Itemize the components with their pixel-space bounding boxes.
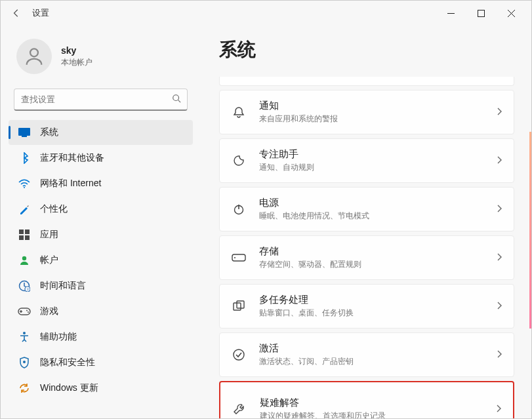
personalization-icon [18,203,31,216]
sidebar-item-label: 系统 [40,127,58,138]
card-text: 多任务处理贴靠窗口、桌面、任务切换 [259,294,497,319]
card-title: 电源 [259,197,497,209]
settings-card-storage[interactable]: 存储存储空间、驱动器、配置规则 [219,235,514,280]
svg-rect-11 [25,229,30,234]
network-icon [18,177,31,190]
maximize-icon [478,10,485,17]
card-subtitle: 贴靠窗口、桌面、任务切换 [259,308,497,319]
svg-rect-7 [18,128,30,136]
search-icon [172,94,181,106]
back-arrow-icon [12,9,21,18]
maximize-button[interactable] [466,3,496,24]
gaming-icon [18,305,31,318]
multitask-icon [232,299,246,313]
avatar [16,39,52,74]
sidebar-item-label: 帐户 [40,254,58,266]
power-icon [232,202,246,216]
update-icon [18,382,31,395]
settings-card-power[interactable]: 电源睡眠、电池使用情况、节电模式 [219,187,514,231]
svg-point-14 [22,256,26,260]
settings-card-focus[interactable]: 专注助手通知、自动规则 [219,138,514,183]
chevron-right-icon [497,203,502,215]
sidebar-item-label: 网络和 Internet [40,178,101,190]
sidebar-item-label: 应用 [40,229,58,241]
bluetooth-icon [18,151,31,165]
svg-point-26 [234,257,235,258]
sidebar-item-label: 个性化 [40,203,68,215]
partial-card-top[interactable] [219,77,514,86]
window-controls [436,3,526,24]
titlebar: 设置 [1,1,531,26]
svg-rect-1 [478,10,484,16]
svg-point-29 [234,349,244,360]
svg-text:文: 文 [26,287,30,291]
minimize-icon [447,10,455,17]
card-title: 多任务处理 [259,294,497,306]
sidebar-item-privacy[interactable]: 隐私和安全性 [9,350,193,375]
storage-icon [232,250,246,265]
sidebar-item-accounts[interactable]: 帐户 [9,248,193,273]
content-area: sky 本地帐户 系统蓝牙和其他设备网络和 Internet个性化应用帐户文时间… [1,26,531,418]
sidebar-item-label: 时间和语言 [40,280,86,292]
search-input[interactable] [14,89,188,111]
sidebar: sky 本地帐户 系统蓝牙和其他设备网络和 Internet个性化应用帐户文时间… [1,26,201,418]
card-title: 疑难解答 [260,397,496,409]
card-subtitle: 通知、自动规则 [259,162,497,173]
page-title: 系统 [219,37,514,62]
svg-point-20 [28,311,29,313]
card-subtitle: 建议的疑难解答、首选项和历史记录 [260,410,496,418]
chevron-right-icon [497,252,502,264]
settings-card-multitask[interactable]: 多任务处理贴靠窗口、桌面、任务切换 [219,284,514,329]
card-subtitle: 激活状态、订阅、产品密钥 [259,356,497,367]
close-button[interactable] [496,3,526,24]
minimize-button[interactable] [436,3,466,24]
settings-card-troubleshoot[interactable]: 疑难解答建议的疑难解答、首选项和历史记录 [219,381,514,418]
sidebar-item-label: 隐私和安全性 [40,357,95,369]
chevron-right-icon [496,403,501,415]
user-sub: 本地帐户 [61,57,92,68]
sidebar-item-update[interactable]: Windows 更新 [9,376,193,401]
privacy-icon [18,356,31,369]
svg-line-6 [178,100,181,103]
back-button[interactable] [6,3,27,24]
user-block[interactable]: sky 本地帐户 [1,31,201,86]
main-panel: 系统 通知来自应用和系统的警报专注助手通知、自动规则电源睡眠、电池使用情况、节电… [201,26,531,418]
chevron-right-icon [497,106,502,118]
card-subtitle: 来自应用和系统的警报 [259,113,497,125]
card-subtitle: 睡眠、电池使用情况、节电模式 [259,210,497,222]
svg-rect-13 [25,235,30,240]
card-title: 激活 [259,342,497,355]
edge-accent [529,132,531,329]
card-title: 通知 [259,100,497,112]
sidebar-item-personalization[interactable]: 个性化 [9,197,193,222]
sidebar-item-network[interactable]: 网络和 Internet [9,171,193,196]
card-title: 专注助手 [259,148,497,161]
card-text: 电源睡眠、电池使用情况、节电模式 [259,197,497,222]
svg-rect-12 [19,235,24,240]
sidebar-item-system[interactable]: 系统 [9,120,193,145]
notifications-icon [232,105,246,119]
svg-point-5 [173,95,179,101]
sidebar-item-label: 辅助功能 [40,331,77,343]
sidebar-item-bluetooth[interactable]: 蓝牙和其他设备 [9,146,193,170]
svg-point-9 [24,187,25,188]
card-text: 通知来自应用和系统的警报 [259,100,497,125]
settings-card-notifications[interactable]: 通知来自应用和系统的警报 [219,90,514,134]
sidebar-item-label: Windows 更新 [40,382,98,394]
sidebar-item-label: 蓝牙和其他设备 [40,152,104,164]
user-text: sky 本地帐户 [61,45,92,68]
sidebar-item-gaming[interactable]: 游戏 [9,299,193,324]
sidebar-item-accessibility[interactable]: 辅助功能 [9,325,193,349]
chevron-right-icon [497,155,502,167]
time-icon: 文 [18,279,31,292]
sidebar-item-time[interactable]: 文时间和语言 [9,273,193,298]
nav-list: 系统蓝牙和其他设备网络和 Internet个性化应用帐户文时间和语言游戏辅助功能… [1,120,201,401]
app-title: 设置 [32,7,49,19]
svg-point-21 [23,332,26,334]
search-wrap [14,89,188,111]
sidebar-item-apps[interactable]: 应用 [9,222,193,247]
card-subtitle: 存储空间、驱动器、配置规则 [259,259,497,270]
chevron-right-icon [497,300,502,312]
accounts-icon [18,254,31,267]
settings-card-activation[interactable]: 激活激活状态、订阅、产品密钥 [219,332,514,377]
